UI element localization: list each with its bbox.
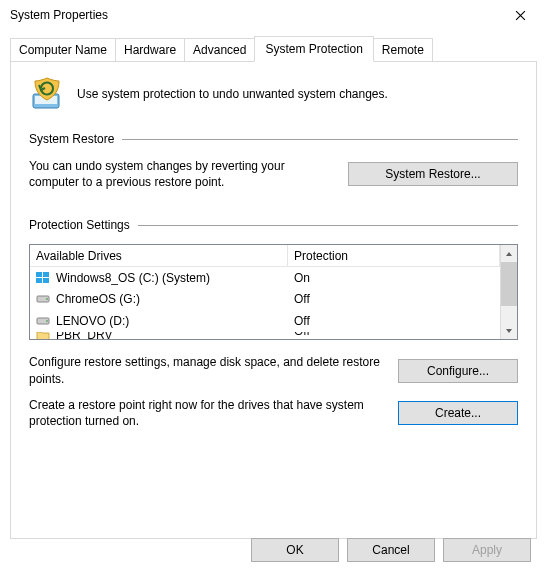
svg-rect-3 (43, 272, 49, 277)
ok-button[interactable]: OK (251, 538, 339, 562)
drive-row[interactable]: Windows8_OS (C:) (System) On (30, 267, 500, 289)
tab-strip: Computer Name Hardware Advanced System P… (10, 38, 537, 62)
configure-text: Configure restore settings, manage disk … (29, 354, 384, 386)
windows-drive-icon (36, 272, 50, 284)
column-header-drives[interactable]: Available Drives (30, 245, 288, 266)
svg-point-9 (46, 320, 48, 322)
scroll-down-button[interactable] (501, 322, 517, 339)
drive-name: Windows8_OS (C:) (System) (56, 271, 210, 285)
folder-icon (36, 332, 50, 340)
close-icon (515, 10, 526, 21)
intro-text: Use system protection to undo unwanted s… (77, 87, 388, 101)
drive-status: Off (288, 292, 500, 306)
apply-button[interactable]: Apply (443, 538, 531, 562)
svg-point-7 (46, 298, 48, 300)
protection-settings-heading: Protection Settings (29, 218, 130, 232)
tab-remote[interactable]: Remote (373, 38, 433, 62)
hdd-icon (36, 315, 50, 327)
cancel-button[interactable]: Cancel (347, 538, 435, 562)
drive-name: LENOVO (D:) (56, 314, 129, 328)
intro-row: Use system protection to undo unwanted s… (29, 76, 518, 112)
create-button[interactable]: Create... (398, 401, 518, 425)
drive-name: ChromeOS (G:) (56, 292, 140, 306)
system-restore-text: You can undo system changes by reverting… (29, 158, 334, 190)
create-text: Create a restore point right now for the… (29, 397, 384, 429)
divider (122, 139, 518, 140)
configure-button[interactable]: Configure... (398, 359, 518, 383)
svg-rect-5 (43, 278, 49, 283)
system-restore-section: System Restore You can undo system chang… (29, 132, 518, 190)
tab-system-protection[interactable]: System Protection (254, 36, 373, 62)
scroll-up-button[interactable] (501, 245, 517, 262)
drive-row[interactable]: ChromeOS (G:) Off (30, 288, 500, 310)
system-protection-icon (29, 76, 65, 112)
system-restore-heading: System Restore (29, 132, 114, 146)
divider (138, 225, 518, 226)
column-header-protection[interactable]: Protection (288, 245, 500, 266)
system-protection-panel: Use system protection to undo unwanted s… (10, 61, 537, 539)
drive-row[interactable]: LENOVO (D:) Off (30, 310, 500, 332)
window-title: System Properties (10, 8, 108, 22)
close-button[interactable] (498, 1, 543, 29)
drives-listbox[interactable]: Available Drives Protection Windows8_OS … (29, 244, 518, 340)
drives-scrollbar[interactable] (500, 245, 517, 339)
scroll-thumb[interactable] (501, 262, 517, 306)
drive-name: PBR_DRV (56, 332, 112, 340)
hdd-icon (36, 293, 50, 305)
drive-row[interactable]: PBR_DRV Off (30, 332, 500, 340)
svg-rect-2 (36, 272, 42, 277)
tab-computer-name[interactable]: Computer Name (10, 38, 116, 62)
titlebar: System Properties (0, 0, 547, 30)
drive-status: On (288, 271, 500, 285)
tab-advanced[interactable]: Advanced (184, 38, 255, 62)
system-restore-button[interactable]: System Restore... (348, 162, 518, 186)
dialog-footer: OK Cancel Apply (0, 527, 547, 571)
svg-rect-4 (36, 278, 42, 283)
tab-hardware[interactable]: Hardware (115, 38, 185, 62)
protection-settings-section: Protection Settings Available Drives Pro… (29, 218, 518, 429)
drives-header-row: Available Drives Protection (30, 245, 500, 267)
drive-status: Off (288, 314, 500, 328)
drive-status: Off (288, 332, 500, 340)
